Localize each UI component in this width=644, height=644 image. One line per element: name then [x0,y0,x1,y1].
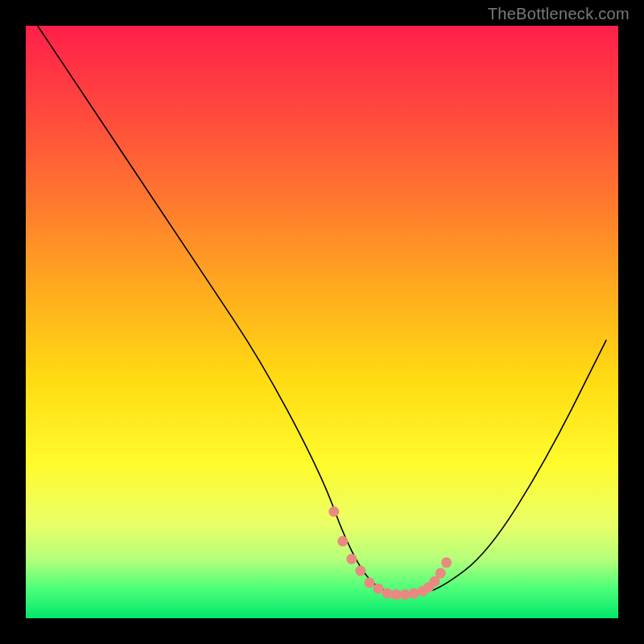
chart-frame: TheBottleneck.com [0,0,644,644]
highlight-dot [328,506,339,517]
highlight-dot [400,589,411,600]
highlight-dot [373,584,383,594]
plot-area [26,26,618,618]
highlight-dot [382,588,392,599]
highlight-dot [409,588,419,599]
highlight-dot [436,568,446,579]
highlight-dot [364,577,374,588]
bottleneck-curve-path [38,26,607,595]
optimal-highlight-dots [328,506,452,600]
highlight-dot [337,536,348,547]
highlight-dot [346,554,357,564]
curve-svg [26,26,618,618]
highlight-dot [355,566,365,576]
watermark-text: TheBottleneck.com [488,5,630,23]
highlight-dot [441,557,452,568]
